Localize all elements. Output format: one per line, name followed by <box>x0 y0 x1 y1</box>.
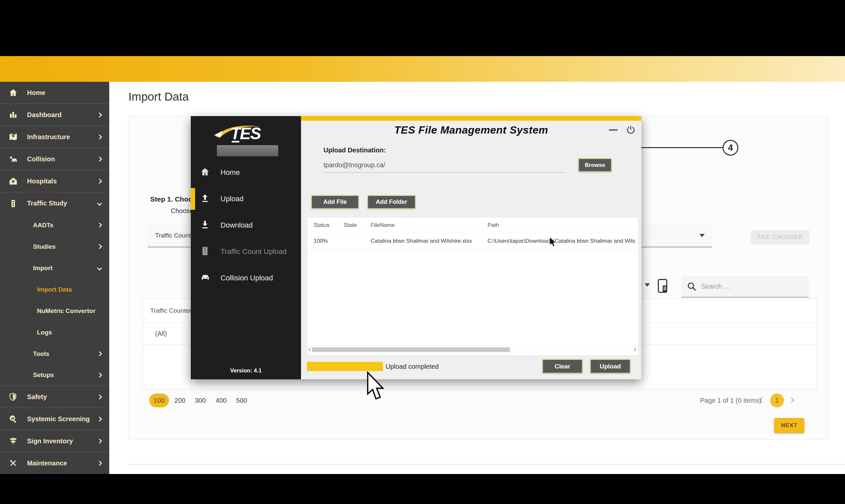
sidebar-item-dashboard[interactable]: Dashboard <box>0 104 109 126</box>
dropdown-caret-icon <box>700 234 705 237</box>
chevron-right-icon <box>97 416 102 421</box>
dialog-nav-home[interactable]: Home <box>191 159 301 186</box>
add-file-button[interactable]: Add File <box>311 195 359 209</box>
power-icon[interactable] <box>626 125 636 135</box>
column-status: Status <box>314 222 330 229</box>
upload-destination-input[interactable]: tpardo@tnsgroup.ca/ <box>323 161 566 173</box>
chevron-right-icon <box>97 351 102 357</box>
sidebar-item-maintenance[interactable]: Maintenance <box>0 452 109 474</box>
upload-icon <box>200 193 214 204</box>
table-filter-all[interactable]: (All) <box>143 330 167 338</box>
sidebar-item-studies[interactable]: Studies <box>0 236 109 257</box>
sidebar-item-logs[interactable]: Logs <box>0 322 109 343</box>
divider <box>128 464 845 465</box>
page-title: Import Data <box>128 90 189 103</box>
chevron-down-icon <box>97 201 102 206</box>
sidebar-nav: Home Dashboard Infrastructure Collision … <box>0 82 109 474</box>
scrollbar-thumb[interactable] <box>312 347 510 352</box>
dialog-sidebar: TES Home Upload Download <box>191 116 301 379</box>
sidebar-item-aadts[interactable]: AADTs <box>0 214 109 236</box>
file-path: C:\Users\tapar\Downloads\Catalina btwn S… <box>488 238 635 245</box>
file-table-header-row: Status State FileName Path <box>307 217 638 232</box>
home-icon <box>200 167 214 178</box>
road-icon <box>200 246 214 257</box>
sidebar-item-import-data[interactable]: Import Data <box>0 279 109 300</box>
sidebar-item-numetric-convertor[interactable]: NuMetric Convertor <box>0 300 109 322</box>
sidebar-item-tools[interactable]: Tools <box>0 343 109 364</box>
dialog-nav-download[interactable]: Download <box>191 212 301 238</box>
chevron-right-icon <box>97 178 102 184</box>
file-table-row[interactable]: 100% Catalina btwn Shalimar and Wilshire… <box>307 232 638 249</box>
hospital-icon <box>8 176 22 186</box>
file-chooser-button[interactable]: FILE CHOOSER <box>751 230 809 245</box>
dialog-version: Version: 4.1 <box>191 367 301 374</box>
file-status: 100% <box>314 238 328 245</box>
chevron-right-icon <box>97 244 102 249</box>
upload-file-table: Status State FileName Path 100% Catalina… <box>307 217 638 356</box>
sidebar-item-setups[interactable]: Setups <box>0 364 109 386</box>
clear-button[interactable]: Clear <box>542 359 583 373</box>
page-size-500[interactable]: 500 <box>234 394 249 407</box>
sidebar-item-safety[interactable]: Safety <box>0 386 109 408</box>
step1-sub-label: Choose <box>171 207 193 215</box>
search-input[interactable] <box>701 283 800 290</box>
chevron-right-icon <box>97 156 102 162</box>
magnifier-chart-icon <box>8 414 22 424</box>
next-button[interactable]: NEXT <box>774 418 805 433</box>
sidebar-item-infrastructure[interactable]: Infrastructure <box>0 126 109 148</box>
upload-status-text: Upload completed <box>386 362 439 371</box>
add-folder-button[interactable]: Add Folder <box>367 195 416 209</box>
chevron-down-icon <box>97 266 102 271</box>
dialog-nav-traffic-count-upload[interactable]: Traffic Count Upload <box>191 238 301 265</box>
upload-button[interactable]: Upload <box>590 359 631 373</box>
tools-icon <box>8 458 22 468</box>
dashboard-icon <box>8 110 22 120</box>
home-icon <box>8 88 22 97</box>
traffic-light-icon <box>8 199 22 209</box>
sidebar-item-home[interactable]: Home <box>0 82 109 104</box>
page-size-300[interactable]: 300 <box>192 394 208 407</box>
chevron-right-icon <box>97 134 102 140</box>
export-file-icon[interactable] <box>657 279 669 294</box>
map-pin-icon <box>8 132 22 142</box>
sidebar-item-sign-inventory[interactable]: Sign Inventory <box>0 430 109 452</box>
pagination-summary: Page 1 of 1 (0 items) <box>700 397 761 404</box>
letterbox-top <box>0 0 845 56</box>
sidebar-item-systemic-screening[interactable]: Systemic Screening <box>0 408 109 430</box>
file-management-dialog: TES Home Upload Download <box>191 116 641 379</box>
traffic-counter-select-label: Traffic Counter <box>147 232 196 239</box>
shield-icon <box>8 392 22 402</box>
dialog-accent-strip <box>301 116 641 121</box>
logo-placeholder-bar <box>217 145 278 156</box>
svg-text:TES: TES <box>230 124 261 143</box>
column-path: Path <box>488 222 499 229</box>
sidebar-item-collision[interactable]: Collision <box>0 148 109 170</box>
letterbox-bottom <box>0 474 845 504</box>
dialog-title: TES File Management System <box>301 124 641 136</box>
car-icon <box>200 272 214 284</box>
page-size-100[interactable]: 100 <box>149 394 169 407</box>
toolbar-caret-icon[interactable] <box>645 283 650 287</box>
table-header-traffic-counter[interactable]: Traffic Counter <box>143 307 191 314</box>
scroll-right-icon[interactable] <box>632 348 636 351</box>
page-size-400[interactable]: 400 <box>213 394 229 407</box>
annotation-line <box>641 147 723 148</box>
file-name: Catalina btwn Shalimar and Wilshire.xlsx <box>371 238 472 245</box>
current-page-button[interactable]: 1 <box>770 394 784 407</box>
dialog-nav-upload[interactable]: Upload <box>191 186 301 212</box>
browse-button[interactable]: Browse <box>578 158 612 172</box>
app-header: TES Springfield tpardo@tnsgroup.ca <box>0 56 845 82</box>
dialog-nav-collision-upload[interactable]: Collision Upload <box>191 265 301 291</box>
scroll-left-icon[interactable] <box>308 348 312 351</box>
column-filename: FileName <box>371 222 395 229</box>
sidebar-item-hospitals[interactable]: Hospitals <box>0 170 109 192</box>
column-state: State <box>344 222 357 229</box>
signpost-icon <box>8 436 22 446</box>
minimize-icon[interactable] <box>609 129 618 131</box>
chevron-right-icon <box>97 112 102 118</box>
page-size-200[interactable]: 200 <box>172 394 188 407</box>
horizontal-scrollbar[interactable] <box>307 345 638 353</box>
sidebar-item-import[interactable]: Import <box>0 257 109 279</box>
sidebar-item-traffic-study[interactable]: Traffic Study <box>0 192 109 214</box>
screen: TES Springfield tpardo@tnsgroup.ca Home … <box>0 0 845 504</box>
